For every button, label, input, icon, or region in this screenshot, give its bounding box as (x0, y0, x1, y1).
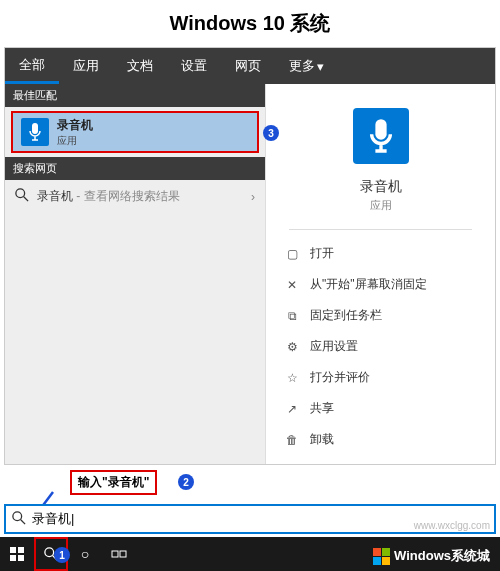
search-input-value[interactable]: 录音机 (32, 510, 74, 528)
tab-apps[interactable]: 应用 (59, 48, 113, 84)
tab-docs[interactable]: 文档 (113, 48, 167, 84)
search-icon (15, 188, 29, 205)
chevron-right-icon: › (251, 190, 255, 204)
action-open-label: 打开 (310, 245, 334, 262)
search-icon (12, 511, 26, 528)
web-search-hint: 查看网络搜索结果 (84, 189, 180, 203)
task-view-button[interactable] (102, 537, 136, 571)
section-best-match-label: 最佳匹配 (5, 84, 265, 107)
svg-rect-0 (32, 123, 38, 134)
tab-all[interactable]: 全部 (5, 48, 59, 84)
action-pin-taskbar[interactable]: ⧉ 固定到任务栏 (280, 300, 481, 331)
callout-instruction: 输入"录音机" (70, 470, 157, 495)
chevron-down-icon: ▾ (317, 59, 324, 74)
gear-icon: ⚙ (284, 340, 300, 354)
watermark: Windows系统城 (372, 547, 490, 565)
callout-instruction-text: 输入"录音机" (78, 475, 149, 489)
svg-rect-6 (10, 547, 16, 553)
svg-rect-12 (112, 551, 118, 557)
action-rate[interactable]: ☆ 打分并评价 (280, 362, 481, 393)
action-rate-label: 打分并评价 (310, 369, 370, 386)
cortana-button[interactable]: ○ (68, 537, 102, 571)
watermark-text: Windows系统城 (394, 547, 490, 565)
windows-logo-icon (372, 547, 390, 565)
page-title: Windows 10 系统 (0, 0, 500, 47)
action-share[interactable]: ↗ 共享 (280, 393, 481, 424)
preview-pane: 录音机 应用 ▢ 打开 ✕ 从"开始"屏幕取消固定 ⧉ 固定到任务栏 ⚙ (265, 84, 495, 464)
svg-point-4 (13, 511, 22, 520)
action-uninstall-label: 卸载 (310, 431, 334, 448)
svg-rect-3 (375, 119, 386, 140)
best-match-result[interactable]: 录音机 应用 3 (11, 111, 259, 153)
unpin-start-icon: ✕ (284, 278, 300, 292)
trash-icon: 🗑 (284, 433, 300, 447)
svg-point-10 (45, 548, 54, 557)
tab-more-label: 更多 (289, 57, 315, 75)
best-match-title: 录音机 (57, 117, 93, 134)
start-menu-panel: 全部 应用 文档 设置 网页 更多 ▾ 最佳匹配 录音机 应用 3 搜索网页 (4, 47, 496, 465)
preview-app-type: 应用 (370, 198, 392, 213)
action-app-settings[interactable]: ⚙ 应用设置 (280, 331, 481, 362)
taskbar-search-button[interactable]: 1 (34, 537, 68, 571)
step-badge-3: 3 (263, 125, 279, 141)
step-badge-2: 2 (178, 474, 194, 490)
action-share-label: 共享 (310, 400, 334, 417)
svg-rect-9 (18, 555, 24, 561)
preview-app-name: 录音机 (360, 178, 402, 196)
tab-more[interactable]: 更多 ▾ (275, 48, 338, 84)
action-uninstall[interactable]: 🗑 卸载 (280, 424, 481, 455)
search-tabs: 全部 应用 文档 设置 网页 更多 ▾ (5, 48, 495, 84)
open-icon: ▢ (284, 247, 300, 261)
best-match-subtitle: 应用 (57, 134, 93, 148)
svg-rect-7 (18, 547, 24, 553)
voice-recorder-icon (21, 118, 49, 146)
voice-recorder-large-icon (353, 108, 409, 164)
svg-point-1 (16, 189, 25, 198)
divider (289, 229, 472, 230)
tab-settings[interactable]: 设置 (167, 48, 221, 84)
results-pane: 最佳匹配 录音机 应用 3 搜索网页 录音机 (5, 84, 265, 464)
tab-web[interactable]: 网页 (221, 48, 275, 84)
action-unpin-start-label: 从"开始"屏幕取消固定 (310, 276, 427, 293)
action-pin-taskbar-label: 固定到任务栏 (310, 307, 382, 324)
pin-taskbar-icon: ⧉ (284, 309, 300, 323)
section-search-web-label: 搜索网页 (5, 157, 265, 180)
step-badge-1: 1 (54, 547, 70, 563)
web-search-result[interactable]: 录音机 - 查看网络搜索结果 › (5, 180, 265, 213)
star-icon: ☆ (284, 371, 300, 385)
svg-line-5 (21, 519, 25, 523)
svg-rect-8 (10, 555, 16, 561)
watermark-url: www.wxclgg.com (414, 520, 490, 531)
web-search-term: 录音机 (37, 189, 73, 203)
share-icon: ↗ (284, 402, 300, 416)
action-unpin-start[interactable]: ✕ 从"开始"屏幕取消固定 (280, 269, 481, 300)
start-button[interactable] (0, 537, 34, 571)
action-open[interactable]: ▢ 打开 (280, 238, 481, 269)
svg-rect-13 (120, 551, 126, 557)
svg-line-2 (24, 197, 28, 201)
action-app-settings-label: 应用设置 (310, 338, 358, 355)
